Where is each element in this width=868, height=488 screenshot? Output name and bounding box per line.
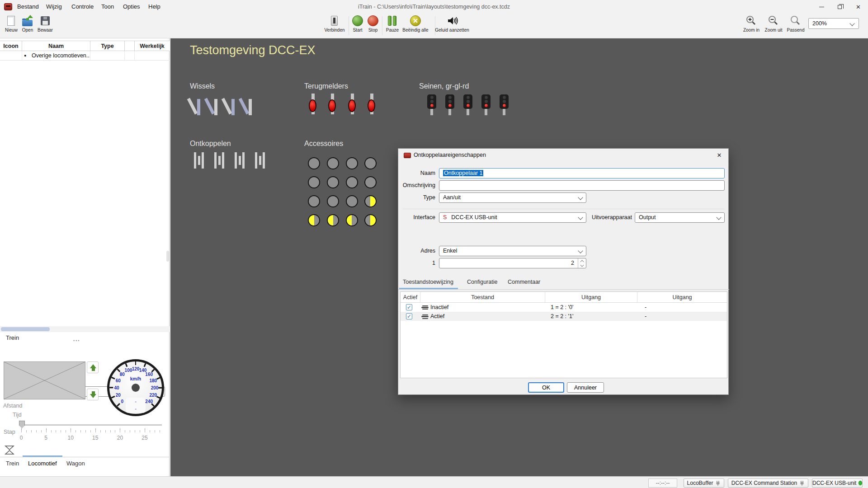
uitvoerapparaat-select[interactable]: Output (635, 212, 725, 223)
tab-configuratie[interactable]: Configuratie (467, 279, 497, 285)
dialog-close-button[interactable]: ✕ (712, 150, 726, 161)
adres-number-spinner[interactable] (578, 258, 586, 268)
sein-icon[interactable] (427, 94, 437, 115)
restore-button[interactable] (830, 0, 849, 14)
splitter-grip[interactable] (166, 251, 169, 262)
row-cell-type[interactable] (90, 51, 125, 61)
open-button[interactable]: Open (18, 15, 38, 33)
menu-help[interactable]: Help (144, 0, 165, 14)
accessoire-half-right[interactable] (364, 214, 377, 226)
table-row-actief[interactable]: ✓ Actief 2 = 2 : '1' - (401, 312, 727, 321)
connect-button[interactable]: Verbinden (319, 15, 350, 33)
wissel-icon[interactable] (222, 95, 237, 116)
sein-icon[interactable] (481, 94, 491, 115)
terugmelder-icon[interactable] (309, 94, 317, 115)
spinner-down-icon[interactable] (580, 263, 584, 267)
accessoire-gray[interactable] (327, 195, 339, 207)
row-cell-extra[interactable] (125, 51, 135, 61)
accessoire-half-left[interactable] (327, 214, 339, 226)
interface-select[interactable]: SDCC-EX USB-unit (439, 212, 586, 223)
gauge-tick (158, 387, 162, 389)
accessoire-gray[interactable] (327, 176, 339, 188)
naam-input[interactable]: Ontkoppelaar 1 (439, 168, 725, 178)
ok-button[interactable]: OK (528, 382, 564, 393)
tab-toestandstoewijzing[interactable]: Toestandstoewijzing (403, 279, 453, 285)
close-button[interactable]: ✕ (849, 0, 868, 14)
zoom-fit-button[interactable]: Passend (782, 15, 809, 33)
type-select[interactable]: Aan/uit (439, 192, 586, 203)
status-locobuffer[interactable]: LocoBuffer (684, 479, 724, 488)
ontkoppelaar-icon[interactable] (233, 152, 246, 169)
menu-bestand[interactable]: Bestand (13, 0, 43, 14)
column-header-uitgang2[interactable]: Uitgang (637, 292, 727, 303)
menu-toon[interactable]: Toon (97, 0, 118, 14)
accessoire-gray[interactable] (364, 157, 377, 169)
accessoire-half-left[interactable] (308, 214, 320, 226)
adres-number-input[interactable]: 2 (439, 258, 586, 268)
column-header-extra[interactable] (125, 41, 135, 51)
tab-locomotief[interactable]: Locomotief (28, 460, 57, 467)
sein-icon[interactable] (463, 94, 473, 115)
direction-down-button[interactable] (87, 389, 99, 400)
naam-label: Naam (398, 170, 435, 176)
scrollbar-thumb[interactable] (1, 327, 50, 331)
gauge-tick (144, 363, 146, 367)
accessoire-half-left[interactable] (346, 214, 358, 226)
accessoire-half-right[interactable] (364, 195, 377, 207)
step-slider-thumb[interactable] (19, 421, 25, 428)
cancel-button[interactable]: Annuleer (567, 382, 604, 393)
zoom-level-select[interactable]: 200% (808, 18, 859, 29)
minimize-button[interactable] (812, 0, 830, 14)
save-button[interactable]: Bewaar (35, 15, 55, 33)
accessoire-gray[interactable] (346, 195, 358, 207)
status-command-station[interactable]: DCC-EX Command Station (728, 479, 808, 488)
menu-wijzig[interactable]: Wijzig (42, 0, 66, 14)
row-cell-icon[interactable] (0, 51, 22, 61)
column-header-type[interactable]: Type (90, 41, 125, 51)
terugmelder-icon[interactable] (348, 94, 356, 115)
actief-checkbox[interactable]: ✓ (406, 313, 412, 319)
drag-handle-icon[interactable]: ••• (73, 338, 80, 343)
tab-wagon[interactable]: Wagon (66, 460, 85, 467)
omschrijving-input[interactable] (439, 180, 725, 191)
column-header-icoon[interactable]: Icoon (0, 41, 22, 51)
accessoire-gray[interactable] (308, 157, 320, 169)
accessoire-gray[interactable] (346, 157, 358, 169)
accessoire-gray[interactable] (327, 157, 339, 169)
column-header-naam[interactable]: Naam (22, 41, 90, 51)
wissel-icon[interactable] (188, 95, 203, 116)
menu-opties[interactable]: Opties (118, 0, 145, 14)
tab-commentaar[interactable]: Commentaar (508, 279, 540, 285)
accessoire-gray[interactable] (346, 176, 358, 188)
tab-trein[interactable]: Trein (6, 460, 19, 467)
list-item-overige-locomotieven[interactable]: ● Overige locomotieven... (22, 51, 90, 61)
accessoire-gray[interactable] (364, 176, 377, 188)
ontkoppelaar-icon[interactable] (253, 152, 267, 169)
table-row-inactief[interactable]: ✓ Inactief 1 = 2 : '0' - (401, 303, 727, 312)
status-usb-unit[interactable]: DCC-EX USB-unit (812, 479, 863, 488)
step-slider-track[interactable] (19, 424, 162, 426)
accessoire-gray[interactable] (308, 195, 320, 207)
column-header-werkelijk[interactable]: Werkelijk (135, 41, 170, 51)
actief-checkbox[interactable]: ✓ (406, 304, 412, 310)
row-cell-werkelijk[interactable] (135, 51, 170, 61)
direction-up-button[interactable] (87, 361, 99, 373)
sound-button[interactable]: Geluid aanzetten (427, 15, 477, 33)
sein-icon[interactable] (499, 94, 509, 115)
arrow-up-icon (90, 364, 96, 368)
horizontal-scrollbar[interactable] (0, 326, 170, 332)
terugmelder-icon[interactable] (328, 94, 336, 115)
sein-icon[interactable] (445, 94, 455, 115)
wissel-icon[interactable] (239, 95, 255, 116)
column-header-uitgang1[interactable]: Uitgang (545, 292, 637, 303)
chevron-down-icon (578, 215, 583, 220)
wissel-icon[interactable] (205, 95, 220, 116)
adres-mode-select[interactable]: Enkel (439, 246, 586, 256)
terugmelder-icon[interactable] (368, 94, 376, 115)
column-header-actief[interactable]: Actief (401, 292, 420, 303)
ontkoppelaar-icon[interactable] (212, 152, 226, 169)
ontkoppelaar-icon[interactable] (192, 152, 206, 169)
menu-controle[interactable]: Controle (67, 0, 98, 14)
accessoire-gray[interactable] (308, 176, 320, 188)
column-header-toestand[interactable]: Toestand (420, 292, 545, 303)
